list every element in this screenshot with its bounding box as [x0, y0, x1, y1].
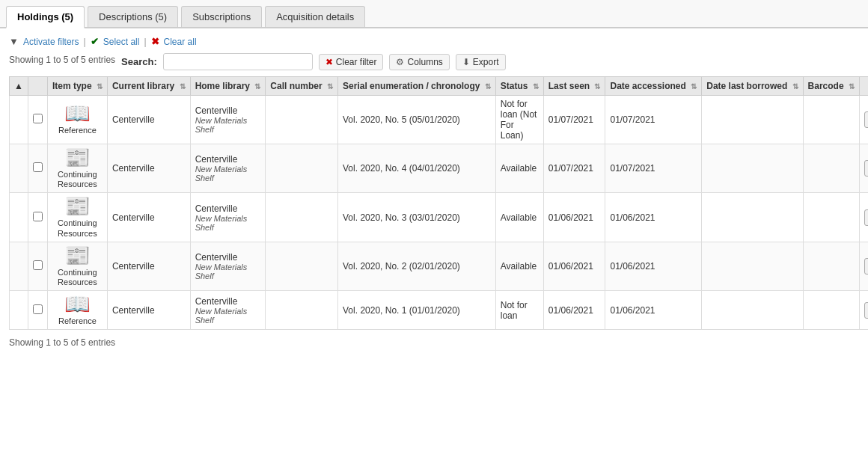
export-icon: ⬇ [462, 57, 470, 67]
actions-cell: ✎ Edit [859, 144, 868, 193]
item-type-label: Continuing Resources [52, 218, 103, 238]
th-date-last-borrowed-label: Date last borrowed [706, 81, 787, 91]
th-checkbox [28, 77, 47, 96]
th-item-type[interactable]: Item type ⇅ [47, 77, 107, 96]
th-last-seen[interactable]: Last seen ⇅ [543, 77, 605, 96]
home-library-name: Centerville [195, 296, 261, 307]
th-home-library-label: Home library [195, 81, 250, 91]
th-status-label: Status [501, 81, 528, 91]
th-item-type-sort: ⇅ [97, 82, 103, 91]
actions-cell: ✎ Edit [859, 242, 868, 290]
sort-handle-cell [10, 193, 28, 242]
toolbar: ▼ Activate filters | ✔ Select all | ✖ Cl… [9, 36, 859, 47]
tab-holdings[interactable]: Holdings (5) [6, 6, 85, 28]
th-current-library[interactable]: Current library ⇅ [107, 77, 190, 96]
last-seen-cell: 01/06/2021 [543, 242, 605, 290]
date-last-borrowed-cell [702, 291, 803, 330]
th-last-seen-label: Last seen [548, 81, 590, 91]
call-number-cell [266, 96, 338, 144]
status-cell: Not for loan [495, 291, 543, 330]
date-last-borrowed-cell [702, 193, 803, 242]
barcode-cell [803, 193, 859, 242]
date-last-borrowed-cell [702, 144, 803, 193]
item-type-icon: 📖 [64, 294, 91, 315]
th-date-accessioned-sort: ⇅ [691, 82, 697, 91]
item-type-cell: 📰 Continuing Resources [47, 193, 107, 242]
home-library-name: Centerville [195, 252, 261, 263]
row-checkbox[interactable] [33, 162, 43, 172]
barcode-cell [803, 96, 859, 144]
separator-2: | [144, 37, 146, 47]
item-type-label: Continuing Resources [52, 268, 103, 287]
tab-subscriptions[interactable]: Subscriptions [181, 6, 262, 27]
clear-filter-label: Clear filter [336, 57, 377, 67]
th-date-accessioned[interactable]: Date accessioned ⇅ [605, 77, 702, 96]
select-all-link[interactable]: Select all [103, 37, 140, 47]
home-library-cell: Centerville New Materials Shelf [190, 96, 266, 144]
clear-all-link[interactable]: Clear all [164, 37, 197, 47]
status-cell: Available [495, 144, 543, 193]
row-checkbox[interactable] [33, 260, 43, 270]
clear-all-x-icon: ✖ [151, 36, 159, 47]
edit-button[interactable]: ✎ Edit [864, 209, 868, 226]
table-row: 📰 Continuing Resources Centerville Cente… [10, 144, 869, 193]
item-type-icon: 📰 [64, 196, 91, 217]
row-checkbox-cell[interactable] [28, 291, 47, 330]
main-content: ▼ Activate filters | ✔ Select all | ✖ Cl… [0, 28, 868, 355]
serial-enum-cell: Vol. 2020, No. 1 (01/01/2020) [338, 291, 496, 330]
edit-button[interactable]: ✎ Edit [864, 302, 868, 319]
tab-descriptions[interactable]: Descriptions (5) [88, 6, 178, 27]
columns-label: Columns [407, 57, 442, 67]
tab-acquisition[interactable]: Acquisition details [265, 6, 365, 27]
status-cell: Available [495, 242, 543, 290]
row-checkbox-cell[interactable] [28, 144, 47, 193]
columns-button[interactable]: ⚙ Columns [389, 54, 449, 70]
edit-button[interactable]: ✎ Edit [864, 258, 868, 275]
th-actions [859, 77, 868, 96]
edit-button[interactable]: ✎ Edit [864, 160, 868, 177]
date-accessioned-cell: 01/06/2021 [605, 291, 702, 330]
export-button[interactable]: ⬇ Export [456, 54, 506, 70]
row-checkbox[interactable] [33, 212, 43, 221]
item-type-cell: 📖 Reference [47, 291, 107, 330]
filter-icon: ▼ [9, 36, 19, 47]
row-checkbox[interactable] [33, 114, 43, 123]
th-call-number-label: Call number [270, 81, 322, 91]
showing-top: Showing 1 to 5 of 5 entries [9, 55, 115, 65]
call-number-cell [266, 242, 338, 290]
row-checkbox-cell[interactable] [28, 96, 47, 144]
sort-handle-cell [10, 242, 28, 290]
sort-handle-cell [10, 96, 28, 144]
th-status[interactable]: Status ⇅ [495, 77, 543, 96]
th-serial-enum[interactable]: Serial enumeration / chronology ⇅ [338, 77, 496, 96]
showing-bottom: Showing 1 to 5 of 5 entries [9, 337, 859, 348]
serial-enum-cell: Vol. 2020, No. 2 (02/01/2020) [338, 242, 496, 290]
row-checkbox-cell[interactable] [28, 193, 47, 242]
table-row: 📖 Reference Centerville Centerville New … [10, 291, 869, 330]
th-barcode[interactable]: Barcode ⇅ [803, 77, 859, 96]
home-library-shelf: New Materials Shelf [195, 307, 261, 325]
th-sort[interactable]: ▲ [10, 77, 28, 96]
item-type-icon: 📖 [64, 103, 91, 124]
current-library-cell: Centerville [107, 144, 190, 193]
th-serial-enum-sort: ⇅ [485, 82, 491, 91]
table-row: 📖 Reference Centerville Centerville New … [10, 96, 869, 144]
search-label: Search: [121, 56, 157, 67]
table-row: 📰 Continuing Resources Centerville Cente… [10, 193, 869, 242]
th-call-number[interactable]: Call number ⇅ [266, 77, 338, 96]
th-item-type-label: Item type [52, 81, 92, 91]
th-home-library[interactable]: Home library ⇅ [190, 77, 266, 96]
row-checkbox[interactable] [33, 304, 43, 314]
clear-filter-button[interactable]: ✖ Clear filter [319, 54, 384, 70]
th-barcode-label: Barcode [808, 81, 844, 91]
serial-enum-cell: Vol. 2020, No. 3 (03/01/2020) [338, 193, 496, 242]
edit-button[interactable]: ✎ Edit [864, 111, 868, 128]
th-date-last-borrowed[interactable]: Date last borrowed ⇅ [702, 77, 803, 96]
actions-cell: ✎ Edit [859, 193, 868, 242]
activate-filters-link[interactable]: Activate filters [23, 37, 79, 47]
item-type-icon: 📰 [64, 245, 91, 266]
search-input[interactable] [163, 53, 313, 70]
row-checkbox-cell[interactable] [28, 242, 47, 290]
home-library-shelf: New Materials Shelf [195, 263, 261, 280]
current-library-cell: Centerville [107, 242, 190, 290]
